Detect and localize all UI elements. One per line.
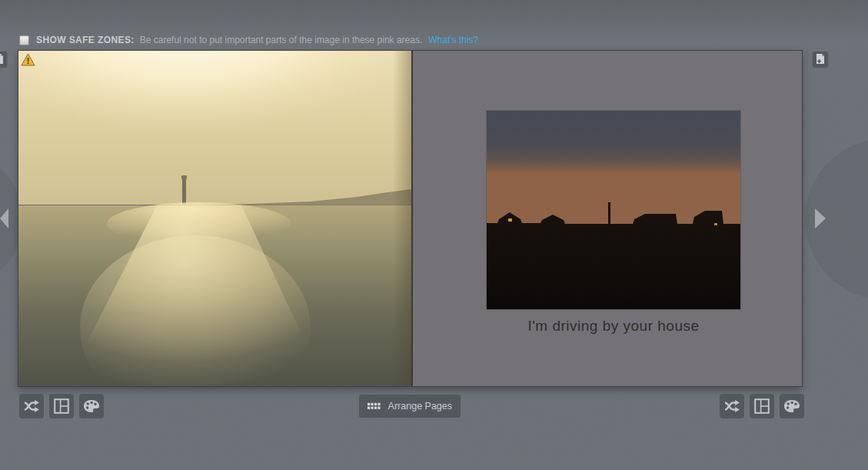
- add-page-icon: [816, 54, 825, 65]
- right-page-toolbar: [720, 394, 804, 418]
- safe-zones-description: Be careful not to put important parts of…: [140, 35, 423, 45]
- shuffle-layout-button-right[interactable]: [720, 394, 744, 418]
- arrange-pages-label: Arrange Pages: [388, 401, 452, 412]
- add-page-right-button[interactable]: [813, 52, 828, 67]
- shuffle-layout-button-left[interactable]: [19, 394, 44, 418]
- whats-this-link[interactable]: What's this?: [428, 35, 478, 45]
- chevron-left-icon[interactable]: [0, 208, 8, 228]
- chevron-right-icon[interactable]: [815, 208, 826, 228]
- dusk-houses-photo[interactable]: [487, 111, 740, 309]
- arrange-pages-button[interactable]: Arrange Pages: [359, 395, 461, 418]
- layout-icon: [754, 398, 770, 414]
- photobook-editor: { "safe_zones": { "checkbox_checked": fa…: [0, 0, 868, 470]
- page-layout-button-right[interactable]: [750, 394, 774, 418]
- page-style-button-left[interactable]: [79, 394, 104, 418]
- photo-caption[interactable]: I'm driving by your house: [487, 315, 740, 337]
- right-page[interactable]: I'm driving by your house: [413, 51, 802, 386]
- left-page-photo[interactable]: [18, 51, 411, 386]
- safe-zones-label: SHOW SAFE ZONES:: [36, 35, 135, 45]
- safe-zones-checkbox[interactable]: [19, 35, 29, 45]
- grid-icon: [367, 401, 381, 412]
- book-spread: I'm driving by your house: [18, 51, 802, 386]
- page-style-button-right[interactable]: [780, 394, 804, 418]
- layout-icon: [54, 398, 69, 414]
- add-page-left-button[interactable]: [0, 52, 7, 67]
- add-page-icon: [0, 54, 4, 65]
- safe-zones-bar: SHOW SAFE ZONES: Be careful not to put i…: [19, 34, 478, 46]
- palette-icon: [783, 399, 800, 413]
- shuffle-icon: [723, 399, 740, 413]
- page-layout-button-left[interactable]: [49, 394, 74, 418]
- left-page-toolbar: [19, 394, 104, 418]
- sunset-ocean-lighthouse-photo: [18, 51, 411, 386]
- shuffle-icon: [23, 399, 40, 413]
- palette-icon: [83, 399, 100, 413]
- warning-icon: [21, 53, 35, 66]
